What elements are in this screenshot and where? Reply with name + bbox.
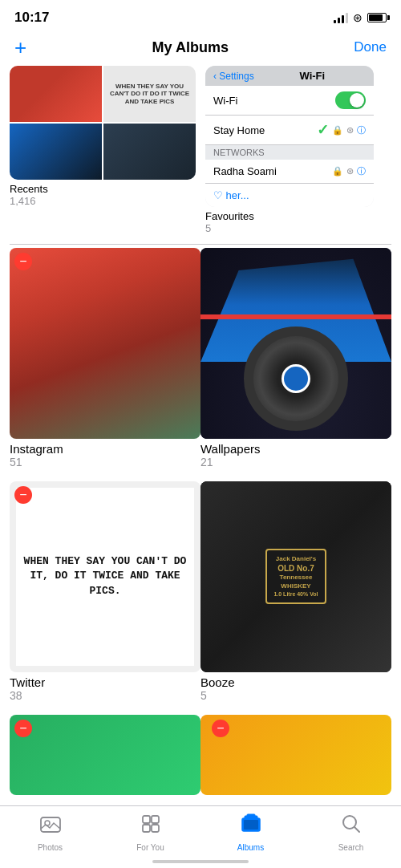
car-wheel (244, 327, 348, 431)
album-item-instagram[interactable]: − Instagram 51 (10, 248, 200, 468)
signal-bars-icon (334, 12, 348, 23)
wifi-body: Wi-Fi Stay Home ✓ 🔒 ⊛ ⓘ NETWORKS (205, 86, 374, 207)
jack-daniels-label: Jack Daniel's OLD No.7 Tennessee WHISKEY… (265, 549, 326, 604)
battery-icon (367, 13, 387, 22)
for-you-tab-label: For You (136, 843, 164, 852)
recents-preview[interactable]: WHEN THEY SAY YOU CAN'T DO IT DO IT TWIC… (10, 66, 196, 234)
svg-rect-5 (152, 825, 159, 832)
recents-thumb-3 (10, 124, 102, 180)
tab-photos[interactable]: Photos (0, 813, 100, 852)
wallpapers-count: 21 (200, 456, 391, 468)
wifi-strength-icon-2: ⊛ (346, 166, 354, 176)
partial-album-2[interactable]: − (200, 715, 391, 795)
instagram-name: Instagram (10, 442, 200, 456)
wifi-strength-icon: ⊛ (346, 125, 354, 136)
jd-line5: 1.0 Litre 40% Vol (273, 590, 318, 598)
page-title: My Albums (152, 39, 229, 56)
jd-label: Jack Daniel's OLD No.7 Tennessee WHISKEY… (265, 549, 326, 604)
status-icons: ⊛ (334, 11, 387, 24)
jd-line1: Jack Daniel's (273, 555, 318, 563)
wallpapers-thumb (200, 248, 391, 439)
wifi-row-label: Wi-Fi (213, 95, 237, 107)
remove-instagram-button[interactable]: − (14, 253, 32, 270)
recents-count: 1,416 (10, 195, 196, 207)
albums-icon (240, 813, 262, 841)
other-label: ♡ her... (213, 189, 249, 201)
info-icon-2: ⓘ (357, 165, 366, 177)
home-indicator (152, 860, 249, 863)
lock-icon: 🔒 (332, 125, 343, 136)
wifi-title: Wi-Fi (259, 70, 366, 82)
recents-label: Recents (10, 183, 196, 195)
remove-partial-2-button[interactable]: − (212, 720, 229, 737)
remove-twitter-button[interactable]: − (14, 486, 32, 504)
instagram-thumb (10, 248, 200, 439)
wifi-card: ‹ Settings Wi-Fi Wi-Fi Stay Home ✓ 🔒 ⊛ (205, 66, 374, 207)
partial-bottom-row: − − (0, 715, 401, 795)
networks-label: NETWORKS (205, 145, 374, 160)
car-stripe (200, 314, 391, 319)
partial-thumb-1 (10, 715, 200, 795)
lock-icon-2: 🔒 (332, 166, 343, 176)
booze-name: Booze (200, 675, 391, 689)
svg-rect-2 (143, 816, 150, 823)
recents-thumb-1 (10, 66, 102, 122)
tab-albums[interactable]: Albums (200, 813, 301, 852)
letter-board: WHEN THEY SAY YOU CAN'T DO IT, DO IT TWI… (16, 488, 194, 666)
add-album-button[interactable]: + (14, 37, 26, 58)
recents-thumb-2: WHEN THEY SAY YOU CAN'T DO IT DO IT TWIC… (103, 66, 196, 122)
favourites-label: Favourites (205, 210, 391, 222)
jd-line2: OLD No.7 (273, 563, 318, 574)
tab-for-you[interactable]: For You (100, 813, 200, 852)
album-item-wallpapers[interactable]: Wallpapers 21 (200, 248, 391, 468)
favourites-count: 5 (205, 222, 391, 234)
wifi-toggle[interactable] (335, 91, 366, 109)
car-background (200, 248, 391, 439)
twitter-thumb: WHEN THEY SAY YOU CAN'T DO IT, DO IT TWI… (10, 481, 200, 672)
other-row: ♡ her... (205, 184, 374, 207)
svg-rect-10 (244, 820, 258, 829)
booze-thumb: Jack Daniel's OLD No.7 Tennessee WHISKEY… (200, 481, 391, 672)
favourites-preview[interactable]: ‹ Settings Wi-Fi Wi-Fi Stay Home ✓ 🔒 ⊛ (205, 66, 391, 234)
search-tab-label: Search (338, 843, 364, 852)
svg-rect-9 (247, 814, 255, 817)
partial-album-1[interactable]: − (10, 715, 200, 795)
twitter-name: Twitter (10, 675, 200, 689)
wallpapers-name: Wallpapers (200, 442, 391, 456)
stay-home-row: Stay Home ✓ 🔒 ⊛ ⓘ (205, 116, 374, 145)
preview-section: WHEN THEY SAY YOU CAN'T DO IT DO IT TWIC… (0, 66, 401, 241)
settings-back: ‹ Settings (213, 71, 254, 82)
tab-bar: Photos For You Albums (0, 805, 401, 868)
status-bar: 10:17 ⊛ (0, 0, 401, 30)
svg-rect-0 (41, 817, 60, 832)
radha-icons: 🔒 ⊛ ⓘ (332, 165, 366, 177)
booze-count: 5 (200, 689, 391, 702)
recents-thumb-4 (103, 124, 196, 180)
nav-bar: + My Albums Done (0, 30, 401, 66)
done-button[interactable]: Done (354, 39, 387, 55)
radha-soami-row: Radha Soami 🔒 ⊛ ⓘ (205, 160, 374, 184)
svg-rect-3 (152, 816, 159, 823)
wifi-card-header: ‹ Settings Wi-Fi (205, 66, 374, 86)
wifi-toggle-row: Wi-Fi (205, 86, 374, 116)
instagram-count: 51 (10, 456, 200, 468)
wifi-icon: ⊛ (353, 11, 363, 24)
stay-home-label: Stay Home (213, 124, 265, 136)
remove-partial-1-button[interactable]: − (14, 720, 32, 737)
recents-grid: WHEN THEY SAY YOU CAN'T DO IT DO IT TWIC… (10, 66, 196, 180)
radha-soami-label: Radha Soami (213, 165, 277, 177)
jd-line4: WHISKEY (273, 582, 318, 590)
jd-line3: Tennessee (273, 574, 318, 582)
status-time: 10:17 (14, 10, 49, 26)
checkmark-icon: ✓ (317, 121, 329, 139)
album-item-booze[interactable]: Jack Daniel's OLD No.7 Tennessee WHISKEY… (200, 481, 391, 702)
album-item-twitter[interactable]: − WHEN THEY SAY YOU CAN'T DO IT, DO IT T… (10, 481, 200, 702)
svg-rect-4 (143, 825, 150, 832)
tab-search[interactable]: Search (301, 813, 401, 852)
info-icon: ⓘ (357, 124, 366, 136)
photos-icon (39, 813, 62, 841)
album-grid: − Instagram 51 Wallpapers 21 − WHEN (0, 248, 401, 715)
photos-tab-label: Photos (38, 843, 63, 852)
search-icon (340, 813, 363, 841)
stay-home-icons: ✓ 🔒 ⊛ ⓘ (317, 121, 366, 139)
